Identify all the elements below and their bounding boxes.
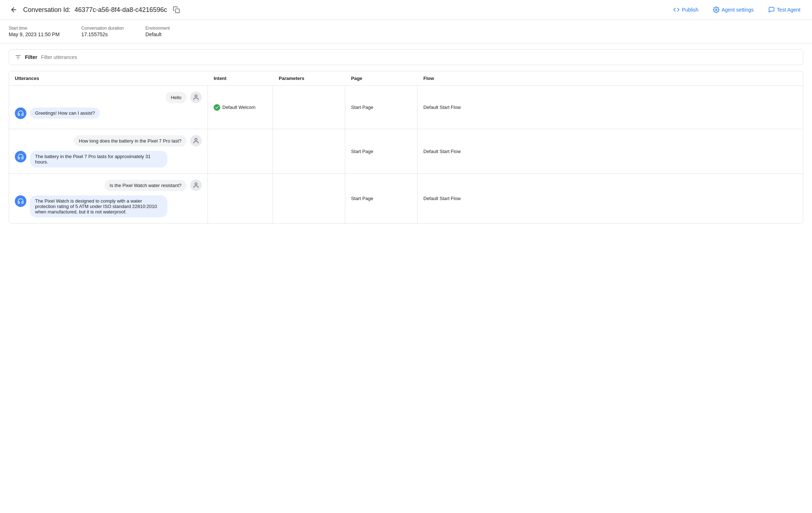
duration-label: Conversation duration (81, 26, 124, 31)
agent-settings-button[interactable]: Agent settings (710, 4, 757, 15)
filter-icon (15, 54, 21, 60)
back-button[interactable] (9, 5, 19, 15)
svg-rect-1 (176, 9, 180, 13)
test-agent-label: Test Agent (777, 7, 800, 13)
header-page: Page (351, 76, 423, 81)
meta-duration: Conversation duration 17.155752s (81, 26, 124, 37)
start-time-label: Start time (9, 26, 60, 31)
table-header: Utterances Intent Parameters Page Flow (9, 71, 803, 86)
table-row: Is the Pixel Watch water resistant? (9, 174, 803, 223)
agent-bubble-3: The Pixel Watch is designed to comply wi… (30, 195, 167, 217)
user-avatar-1 (190, 92, 202, 103)
filter-input[interactable] (41, 54, 797, 60)
duration-value: 17.155752s (81, 31, 124, 37)
environment-value: Default (145, 31, 170, 37)
header: Conversation Id: 46377c-a56-8f4-da8-c421… (0, 0, 812, 20)
utterances-cell-2: How long does the battery in the Pixel 7… (9, 129, 208, 173)
header-left: Conversation Id: 46377c-a56-8f4-da8-c421… (9, 5, 666, 15)
agent-message-row-3: The Pixel Watch is designed to comply wi… (15, 195, 202, 217)
svg-point-6 (195, 95, 197, 97)
header-intent: Intent (214, 76, 279, 81)
flow-cell-1: Default Start Flow (418, 86, 803, 129)
intent-cell-1: Default Welcom (208, 86, 273, 129)
flow-cell-3: Default Start Flow (418, 174, 803, 223)
conversation-table: Utterances Intent Parameters Page Flow H… (9, 71, 803, 224)
svg-point-7 (195, 138, 197, 140)
user-message-row-3: Is the Pixel Watch water resistant? (15, 179, 202, 191)
publish-button[interactable]: Publish (670, 4, 701, 15)
utterances-cell-3: Is the Pixel Watch water resistant? (9, 174, 208, 223)
user-bubble-3: Is the Pixel Watch water resistant? (104, 180, 187, 191)
start-time-value: May 9, 2023 11:50 PM (9, 31, 60, 37)
header-parameters: Parameters (279, 76, 351, 81)
conversation-id-prefix: Conversation Id: (23, 6, 70, 13)
filter-bar: Filter (9, 49, 803, 65)
header-utterances: Utterances (15, 76, 214, 81)
agent-bubble-2: The battery in the Pixel 7 Pro lasts for… (30, 151, 167, 168)
intent-cell-3 (208, 174, 273, 223)
params-cell-3 (273, 174, 345, 223)
filter-label: Filter (25, 54, 37, 60)
publish-label: Publish (682, 7, 698, 13)
page-cell-3: Start Page (345, 174, 418, 223)
user-avatar-2 (190, 135, 202, 147)
test-agent-button[interactable]: Test Agent (765, 4, 803, 15)
user-bubble-1: Hello (166, 92, 187, 103)
agent-bubble-1: Greetings! How can I assist? (30, 107, 100, 119)
conversation-id-value: 46377c-a56-8f4-da8-c4216596c (74, 6, 167, 13)
svg-point-8 (195, 183, 197, 185)
svg-point-2 (715, 9, 717, 11)
page-cell-2: Start Page (345, 129, 418, 173)
agent-avatar-2 (15, 151, 26, 162)
page-cell-1: Start Page (345, 86, 418, 129)
user-bubble-2: How long does the battery in the Pixel 7… (74, 135, 187, 147)
copy-button[interactable] (171, 5, 181, 15)
params-cell-2 (273, 129, 345, 173)
user-message-row-2: How long does the battery in the Pixel 7… (15, 135, 202, 147)
user-message-row-1: Hello (15, 92, 202, 103)
agent-settings-label: Agent settings (722, 7, 754, 13)
agent-message-row-1: Greetings! How can I assist? (15, 107, 202, 119)
intent-text-1: Default Welcom (222, 105, 256, 110)
user-avatar-3 (190, 179, 202, 191)
intent-check-1 (214, 104, 220, 111)
meta-environment: Environment Default (145, 26, 170, 37)
header-flow: Flow (423, 76, 797, 81)
header-actions: Publish Agent settings Test Agent (670, 4, 803, 15)
agent-avatar-3 (15, 195, 26, 207)
agent-message-row-2: The battery in the Pixel 7 Pro lasts for… (15, 151, 202, 168)
utterances-cell-1: Hello Greetings! How can I assist (9, 86, 208, 129)
intent-cell-2 (208, 129, 273, 173)
flow-cell-2: Default Start Flow (418, 129, 803, 173)
agent-avatar-1 (15, 107, 26, 119)
table-row: How long does the battery in the Pixel 7… (9, 129, 803, 174)
environment-label: Environment (145, 26, 170, 31)
conversation-id-label: Conversation Id: 46377c-a56-8f4-da8-c421… (23, 6, 167, 14)
meta-bar: Start time May 9, 2023 11:50 PM Conversa… (0, 20, 812, 43)
table-row: Hello Greetings! How can I assist (9, 86, 803, 129)
params-cell-1 (273, 86, 345, 129)
meta-start-time: Start time May 9, 2023 11:50 PM (9, 26, 60, 37)
intent-badge-1: Default Welcom (214, 104, 256, 111)
